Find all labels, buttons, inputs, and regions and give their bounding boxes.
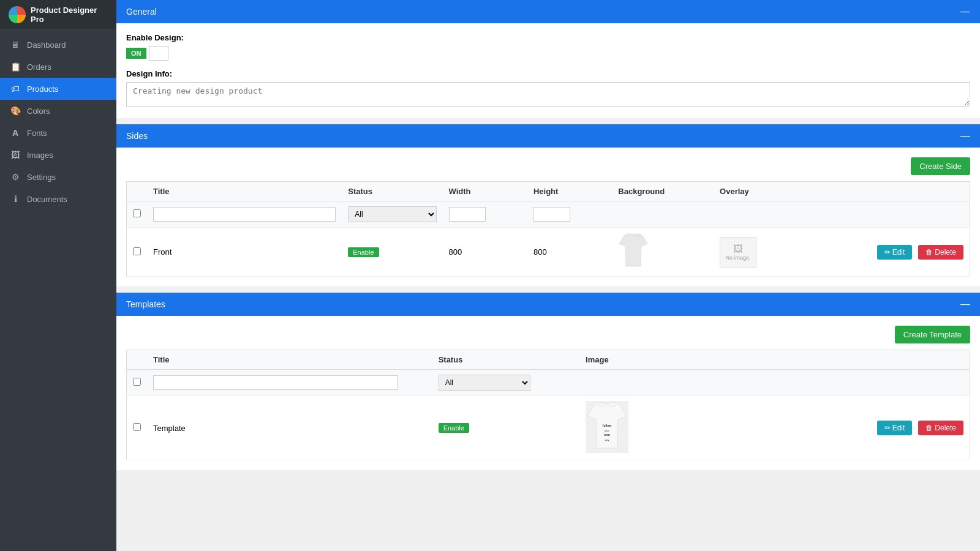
sides-col-actions [798,182,970,201]
sidebar-item-label: Settings [27,173,56,182]
sidebar-item-label: Dashboard [27,40,66,50]
sides-col-overlay: Overlay [714,182,798,201]
sides-row-status-cell: Enable [342,228,442,277]
sidebar-header: Product Designer Pro [0,0,116,29]
templates-table: Title Status Image [126,350,970,460]
templates-row-status-cell: Enable [432,396,579,460]
templates-filter-title-input[interactable] [153,375,398,390]
templates-col-actions [719,350,970,370]
templates-toolbar: Create Template [126,326,970,350]
templates-edit-button[interactable]: Edit [877,421,913,435]
sidebar-item-documents[interactable]: ℹ Documents [0,188,116,210]
svg-text:your: your [605,429,609,432]
sides-panel: Sides — Create Side Title Status Width H… [116,124,980,287]
templates-filter-status-select[interactable]: All Enable Disable [439,375,530,391]
sides-row-bg-cell [612,228,714,277]
sides-edit-button[interactable]: Edit [877,245,913,260]
templates-row-checkbox[interactable] [133,423,141,431]
templates-row-status-badge: Enable [439,423,469,433]
sides-row-checkbox[interactable] [133,247,141,255]
colors-icon: 🎨 [10,106,21,116]
toggle-on-button[interactable]: ON [126,48,146,59]
main-content: General — Enable Design: ON Design Info:… [116,0,980,551]
templates-col-image: Image [579,350,719,370]
sides-row-actions: Edit Delete [804,245,963,260]
sides-filter-title-input[interactable] [153,207,336,222]
templates-section-title: Templates [126,299,165,309]
sidebar: Product Designer Pro 🖥 Dashboard 📋 Order… [0,0,116,551]
sides-row-height-cell: 800 [527,228,612,277]
templates-collapse-icon[interactable]: — [960,299,970,310]
sides-filter-width-cell [443,201,527,228]
sidebar-item-colors[interactable]: 🎨 Colors [0,100,116,122]
images-icon: 🖼 [10,150,21,160]
no-image-label: No image. [726,255,751,261]
templates-col-checkbox [127,350,148,370]
sides-filter-height-input[interactable] [533,207,570,222]
sides-filter-status-select[interactable]: All Enable Disable [348,206,436,222]
templates-row-actions-cell: Edit Delete [719,396,970,460]
sidebar-nav: 🖥 Dashboard 📋 Orders 🏷 Products 🎨 Colors… [0,29,116,210]
sides-col-width: Width [443,182,527,201]
templates-delete-button[interactable]: Delete [918,421,963,435]
sides-row-bg-image [618,233,649,269]
sidebar-item-label: Colors [27,107,50,116]
sidebar-item-fonts[interactable]: A Fonts [0,122,116,144]
templates-table-row: Template Enable [127,396,970,460]
sides-panel-header: Sides — [116,124,980,148]
create-side-button[interactable]: Create Side [911,157,970,175]
templates-row-title: Template [153,424,186,433]
sides-filter-status-cell: All Enable Disable [342,201,442,228]
svg-text:follow: follow [603,424,612,427]
templates-filter-action-cell [719,370,970,396]
sides-row-title-cell: Front [147,228,342,277]
templates-filter-row: All Enable Disable [127,370,970,396]
sides-col-title: Title [147,182,342,201]
templates-panel-body: Create Template Title Status Image [116,316,980,470]
sides-filter-width-input[interactable] [449,207,486,222]
sides-table-header-row: Title Status Width Height Background Ove… [127,182,970,201]
sides-filter-check [127,201,148,228]
sides-col-checkbox [127,182,148,201]
sidebar-item-images[interactable]: 🖼 Images [0,144,116,166]
sides-col-status: Status [342,182,442,201]
templates-row-image: follow your own way [586,401,628,453]
sides-panel-body: Create Side Title Status Width Height Ba… [116,148,980,287]
templates-filter-checkbox[interactable] [133,378,141,386]
general-panel-header: General — [116,0,980,23]
sidebar-item-products[interactable]: 🏷 Products [0,78,116,100]
pencil-icon [884,424,892,432]
sides-row-height: 800 [533,247,547,257]
no-image-icon: 🖼 [733,244,743,255]
design-info-textarea[interactable] [126,82,970,107]
sides-row-status-badge: Enable [348,247,379,257]
sides-table-row: Front Enable 800 800 [127,228,970,277]
sidebar-item-label: Orders [27,62,51,72]
sides-row-title: Front [153,247,172,257]
sidebar-item-settings[interactable]: ⚙ Settings [0,166,116,188]
sides-filter-checkbox[interactable] [133,209,141,217]
sides-filter-title-cell [147,201,342,228]
sides-delete-button[interactable]: Delete [918,245,963,260]
sidebar-item-label: Products [27,84,58,94]
trash-icon [925,248,935,257]
svg-text:way: way [605,438,609,441]
sidebar-item-orders[interactable]: 📋 Orders [0,56,116,78]
sides-row-actions-cell: Edit Delete [798,228,970,277]
enable-design-label: Enable Design: [126,33,970,42]
toggle-off-button[interactable] [149,46,168,61]
create-template-button[interactable]: Create Template [895,326,970,343]
sides-filter-overlay-cell [714,201,798,228]
sides-table: Title Status Width Height Background Ove… [126,181,970,277]
sides-toolbar: Create Side [126,157,970,181]
general-collapse-icon[interactable]: — [960,6,970,17]
sides-row-width: 800 [449,247,462,257]
sides-collapse-icon[interactable]: — [960,130,970,141]
sidebar-item-label: Documents [27,195,67,204]
products-icon: 🏷 [10,84,21,94]
general-panel: General — Enable Design: ON Design Info: [116,0,980,118]
templates-filter-status-cell: All Enable Disable [432,370,579,396]
general-section-title: General [126,7,157,17]
templates-filter-title-cell [147,370,432,396]
sidebar-item-dashboard[interactable]: 🖥 Dashboard [0,34,116,56]
